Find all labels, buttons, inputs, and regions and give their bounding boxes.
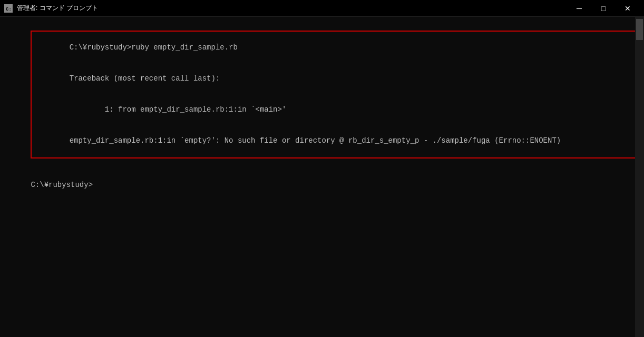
- traceback-header: Traceback (most recent call last):: [70, 74, 220, 83]
- title-bar-left: C: 管理者: コマンド プロンプト: [4, 4, 98, 13]
- minimize-button[interactable]: ─: [567, 0, 591, 17]
- traceback-line2: empty_dir_sample.rb:1:in `empty?': No su…: [70, 136, 561, 145]
- window-controls: ─ □ ✕: [567, 0, 640, 17]
- traceback-line1: 1: from empty_dir_sample.rb:1:in `<main>…: [70, 105, 287, 114]
- command-line: C:\¥rubystudy>ruby empty_dir_sample.rb: [70, 43, 238, 52]
- terminal-body: C:\¥rubystudy>ruby empty_dir_sample.rb T…: [0, 17, 644, 337]
- title-bar: C: 管理者: コマンド プロンプト ─ □ ✕: [0, 0, 644, 17]
- terminal-content[interactable]: C:\¥rubystudy>ruby empty_dir_sample.rb T…: [0, 17, 635, 337]
- maximize-button[interactable]: □: [591, 0, 616, 17]
- scrollbar-thumb[interactable]: [636, 19, 643, 40]
- prompt-line: C:\¥rubystudy>: [31, 181, 93, 189]
- close-button[interactable]: ✕: [616, 0, 640, 17]
- scrollbar[interactable]: [635, 17, 644, 337]
- window-title: 管理者: コマンド プロンプト: [17, 4, 98, 13]
- terminal-icon: C:: [4, 4, 13, 13]
- svg-text:C:: C:: [6, 7, 12, 12]
- terminal-window: C: 管理者: コマンド プロンプト ─ □ ✕ C:\¥rubystudy>r…: [0, 0, 644, 337]
- error-output-box: C:\¥rubystudy>ruby empty_dir_sample.rb T…: [31, 31, 635, 158]
